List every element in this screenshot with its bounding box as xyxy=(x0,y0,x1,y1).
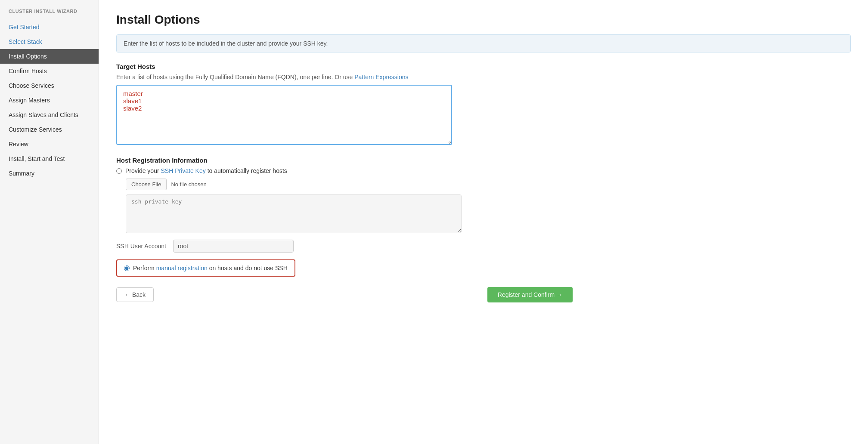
target-hosts-section: Target Hosts Enter a list of hosts using… xyxy=(116,63,851,146)
ssh-key-radio[interactable] xyxy=(116,168,122,174)
sidebar-nav: Get StartedSelect StackInstall OptionsCo… xyxy=(0,20,99,181)
sidebar-item-summary[interactable]: Summary xyxy=(0,166,99,181)
ssh-key-textarea[interactable] xyxy=(126,194,462,233)
host-registration-section: Host Registration Information Provide yo… xyxy=(116,157,851,302)
sidebar-item-review[interactable]: Review xyxy=(0,137,99,151)
sidebar-item-install-options[interactable]: Install Options xyxy=(0,49,99,64)
choose-file-button[interactable]: Choose File xyxy=(126,179,167,190)
register-confirm-button[interactable]: Register and Confirm → xyxy=(487,287,573,302)
manual-registration-link[interactable]: manual registration xyxy=(156,265,208,271)
sidebar-item-assign-masters[interactable]: Assign Masters xyxy=(0,93,99,108)
sidebar-item-get-started[interactable]: Get Started xyxy=(0,20,99,34)
ssh-user-row: SSH User Account xyxy=(116,240,851,253)
sidebar: CLUSTER INSTALL WIZARD Get StartedSelect… xyxy=(0,0,99,444)
hosts-textarea[interactable]: master slave1 slave2 xyxy=(116,85,452,145)
info-box: Enter the list of hosts to be included i… xyxy=(116,34,851,52)
ssh-user-label: SSH User Account xyxy=(116,243,166,250)
ssh-key-option-label: Provide your SSH Private Key to automati… xyxy=(125,167,287,174)
sidebar-item-assign-slaves[interactable]: Assign Slaves and Clients xyxy=(0,108,99,122)
manual-reg-row: Perform manual registration on hosts and… xyxy=(116,259,295,277)
ssh-key-radio-row: Provide your SSH Private Key to automati… xyxy=(116,167,851,174)
sidebar-item-choose-services[interactable]: Choose Services xyxy=(0,78,99,93)
sidebar-item-select-stack[interactable]: Select Stack xyxy=(0,34,99,49)
target-hosts-desc-text: Enter a list of hosts using the Fully Qu… xyxy=(116,74,353,80)
manual-reg-radio[interactable] xyxy=(124,265,130,271)
choose-file-row: Choose File No file chosen xyxy=(126,179,851,190)
sidebar-item-customize-services[interactable]: Customize Services xyxy=(0,122,99,137)
sidebar-item-confirm-hosts[interactable]: Confirm Hosts xyxy=(0,64,99,78)
pattern-expressions-link[interactable]: Pattern Expressions xyxy=(354,74,408,80)
sidebar-item-install-start-test[interactable]: Install, Start and Test xyxy=(0,151,99,166)
manual-reg-label: Perform manual registration on hosts and… xyxy=(133,265,288,271)
button-row: ← Back Register and Confirm → xyxy=(116,287,573,302)
target-hosts-title: Target Hosts xyxy=(116,63,851,70)
target-hosts-desc: Enter a list of hosts using the Fully Qu… xyxy=(116,74,851,80)
page-title: Install Options xyxy=(116,13,851,27)
wizard-title: CLUSTER INSTALL WIZARD xyxy=(0,9,99,20)
back-button[interactable]: ← Back xyxy=(116,287,154,302)
no-file-label: No file chosen xyxy=(171,181,206,188)
host-reg-title: Host Registration Information xyxy=(116,157,851,164)
main-content: Install Options Enter the list of hosts … xyxy=(99,0,868,444)
ssh-user-input[interactable] xyxy=(173,240,294,253)
ssh-private-key-link[interactable]: SSH Private Key xyxy=(161,167,205,174)
